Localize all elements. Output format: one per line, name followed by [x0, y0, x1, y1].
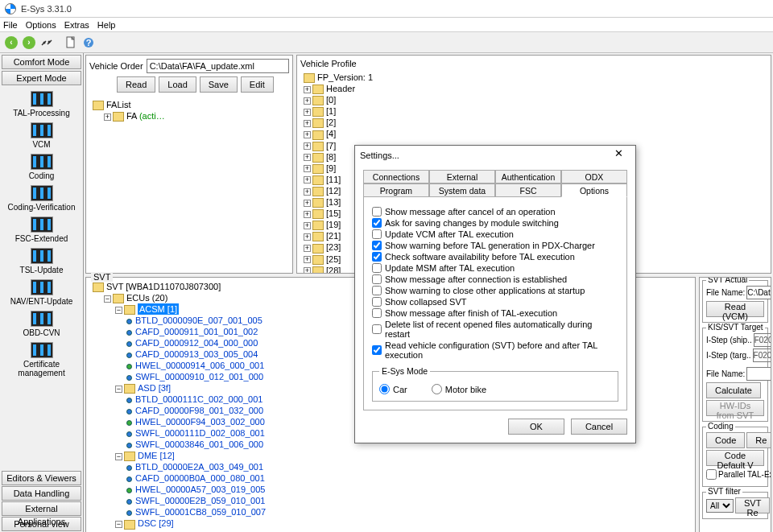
vo-load-button[interactable]: Load [159, 76, 196, 93]
sgbm-entry[interactable]: SWFL_00003846_001_006_000 [135, 439, 263, 449]
dialog-titlebar[interactable]: Settings... ✕ [355, 146, 635, 165]
collapse-icon[interactable]: − [115, 307, 122, 314]
menu-extras[interactable]: Extras [64, 20, 89, 30]
tab-odx[interactable]: ODX [561, 170, 627, 184]
re-button[interactable]: Re [746, 432, 771, 448]
istep-target-input[interactable] [753, 348, 771, 362]
vp-node[interactable]: [11] [326, 175, 341, 184]
expand-icon[interactable]: + [304, 256, 311, 263]
tab-external-applications[interactable]: External Applications [429, 170, 495, 184]
fp-version[interactable]: FP_Version: 1 [317, 72, 373, 82]
expand-icon[interactable]: + [304, 188, 311, 196]
expand-icon[interactable]: + [304, 267, 311, 273]
mode-car-radio[interactable]: Car [379, 384, 407, 394]
connect-button[interactable] [39, 35, 55, 51]
expand-icon[interactable]: + [304, 222, 311, 229]
expert-mode-button[interactable]: Expert Mode [2, 71, 81, 85]
code-button[interactable]: Code [706, 432, 745, 448]
menu-file[interactable]: File [3, 20, 18, 30]
sgbm-entry[interactable]: HWEL_00000F94_003_002_000 [135, 417, 265, 427]
nav-forward-button[interactable]: › [21, 35, 37, 51]
sidebar-bottom-personal-view[interactable]: Personal view [2, 517, 81, 531]
vp-node[interactable]: [25] [326, 254, 341, 264]
document-button[interactable] [63, 35, 79, 51]
istep-ship-input[interactable] [754, 333, 771, 347]
option-checkbox-0[interactable] [372, 207, 382, 217]
sidebar-tool-obd-cvn[interactable]: OBD-CVN [0, 311, 83, 337]
vp-node[interactable]: [15] [326, 208, 341, 218]
vp-node[interactable]: [4] [326, 129, 336, 138]
option-checkbox-10[interactable] [372, 324, 382, 334]
tab-system-data[interactable]: System data [429, 184, 495, 197]
ecu-node[interactable]: DME [12] [138, 451, 175, 460]
sidebar-bottom-data-handling[interactable]: Data Handling [2, 486, 81, 501]
expand-icon[interactable]: + [304, 233, 311, 241]
sgbm-entry[interactable]: SWFL_00001CB8_059_010_007 [135, 507, 266, 517]
collapse-icon[interactable]: − [115, 386, 122, 393]
option-checkbox-4[interactable] [372, 252, 382, 262]
ecu-node[interactable]: ACSM [1] [138, 303, 179, 315]
option-checkbox-8[interactable] [372, 297, 382, 307]
option-checkbox-1[interactable] [372, 218, 382, 228]
tab-program[interactable]: Program [363, 184, 429, 197]
read-vcm-button[interactable]: Read (VCM) [706, 301, 764, 317]
sgbm-entry[interactable]: HWEL_00000914_006_000_001 [135, 361, 264, 370]
vp-node[interactable]: [2] [326, 118, 336, 127]
sgbm-entry[interactable]: SWFL_0000111D_002_008_001 [135, 428, 265, 438]
option-checkbox-3[interactable] [372, 241, 382, 250]
sidebar-tool-vcm[interactable]: VCM [0, 122, 83, 149]
expand-icon[interactable]: + [304, 176, 311, 184]
vp-node[interactable]: [9] [326, 163, 336, 173]
vp-node[interactable]: [1] [326, 106, 336, 116]
menu-help[interactable]: Help [97, 20, 116, 30]
sidebar-tool-certificate-management[interactable]: Certificate management [0, 342, 83, 377]
sidebar-bottom-editors-viewers[interactable]: Editors & Viewers [2, 471, 81, 485]
sgbm-entry[interactable]: BTLD_00000E2A_003_049_001 [135, 462, 263, 472]
expand-icon[interactable]: + [304, 131, 311, 138]
collapse-icon[interactable]: − [115, 521, 122, 528]
vo-save-button[interactable]: Save [200, 76, 238, 93]
vp-node[interactable]: [21] [326, 231, 341, 241]
vp-node[interactable]: [7] [326, 141, 336, 151]
nav-back-button[interactable]: ‹ [3, 35, 19, 51]
expand-icon[interactable]: + [304, 211, 311, 218]
vp-node[interactable]: [23] [326, 242, 341, 252]
kis-filename-input[interactable] [746, 367, 771, 381]
collapse-icon[interactable]: − [115, 453, 122, 460]
expand-icon[interactable]: + [304, 200, 311, 207]
sidebar-bottom-external-applications[interactable]: External Applications [2, 501, 81, 516]
sidebar-tool-coding-verification[interactable]: Coding-Verification [0, 185, 83, 212]
sgbm-entry[interactable]: CAFD_00000B0A_000_080_001 [135, 473, 265, 483]
expand-icon[interactable]: + [304, 86, 311, 93]
svt-filter-select[interactable]: All [706, 499, 734, 513]
close-button[interactable]: ✕ [606, 147, 630, 163]
vp-node[interactable]: [0] [326, 95, 336, 105]
sidebar-tool-tal-processing[interactable]: TAL-Processing [0, 91, 83, 118]
parallel-tal-checkbox[interactable] [706, 468, 717, 481]
svt-root[interactable]: SVT [WBA1D11070J807300] [106, 282, 221, 291]
vo-read-button[interactable]: Read [117, 76, 155, 93]
expand-icon[interactable]: + [304, 154, 311, 161]
code-default-button[interactable]: Code Default V [706, 450, 764, 466]
svt-actual-filename[interactable] [746, 286, 771, 299]
vp-node[interactable]: [13] [326, 197, 341, 207]
hwids-button[interactable]: HW-IDs from SVT [706, 400, 764, 416]
sgbm-entry[interactable]: HWEL_00000A57_003_019_005 [135, 485, 265, 494]
calculate-button[interactable]: Calculate [706, 382, 761, 398]
menu-options[interactable]: Options [26, 20, 56, 30]
fa-node[interactable]: FA [126, 111, 137, 121]
sidebar-tool-tsl-update[interactable]: TSL-Update [0, 248, 83, 274]
falist-node[interactable]: FAList [106, 100, 131, 109]
sidebar-tool-fsc-extended[interactable]: FSC-Extended [0, 217, 83, 243]
tab-options[interactable]: Options [561, 184, 627, 197]
expand-icon[interactable]: + [304, 109, 311, 116]
vp-header[interactable]: Header [326, 84, 355, 93]
sgbm-entry[interactable]: CAFD_0000911_001_001_002 [135, 327, 258, 336]
sidebar-tool-coding[interactable]: Coding [0, 154, 83, 180]
mode-bike-radio[interactable]: Motor bike [432, 384, 486, 394]
vo-edit-button[interactable]: Edit [241, 76, 274, 93]
sgbm-entry[interactable]: CAFD_0000912_004_000_000 [135, 338, 258, 348]
sidebar-tool-nav-ent-update[interactable]: NAV/ENT-Update [0, 279, 83, 306]
collapse-icon[interactable]: − [104, 295, 111, 303]
tab-authentication[interactable]: Authentication [495, 170, 561, 184]
